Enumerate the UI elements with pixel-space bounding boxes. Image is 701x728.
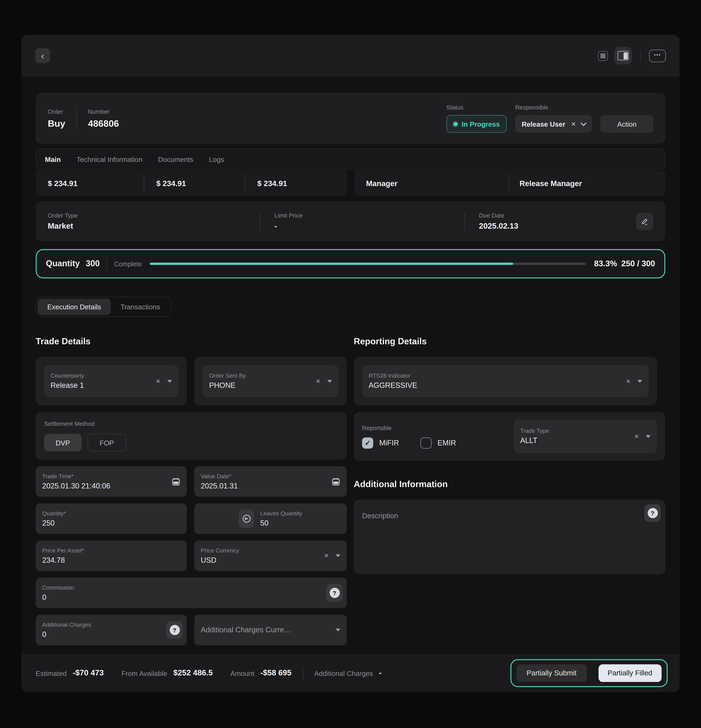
trade-details-title: Trade Details — [36, 337, 347, 347]
tab-main[interactable]: Main — [45, 155, 61, 163]
estimated-value: -$70 473 — [73, 669, 104, 678]
responsible-select[interactable]: Release User ✕ — [515, 115, 592, 133]
split-view-button[interactable] — [614, 47, 632, 65]
commission-input[interactable]: Commission 0 ? — [36, 578, 347, 608]
order-header-card: Order Buy Number 486806 Status In Progre… — [36, 93, 665, 144]
complete-label: Complete — [114, 260, 142, 267]
counterparty-select[interactable]: Counterparty Release 1 ✕ — [44, 365, 179, 397]
header-divider — [76, 108, 77, 129]
clear-trade-type-icon[interactable]: ✕ — [634, 433, 639, 440]
order-side-value: Buy — [48, 118, 65, 129]
trade-time-input[interactable]: Trade Time* 2025.01.30 21:40:06 — [36, 466, 187, 497]
partially-filled-button[interactable]: Partially Filled — [598, 664, 662, 682]
trade-type-select[interactable]: Trade Type ALLT ✕ — [513, 420, 657, 453]
transfer-leaves-button[interactable] — [239, 509, 254, 528]
caret-down-icon[interactable] — [336, 628, 340, 631]
main-tabs: Main Technical Information Documents Log… — [36, 149, 665, 170]
leaves-quantity-value: 50 — [260, 519, 302, 527]
action-button[interactable]: Action — [601, 115, 653, 133]
toggle-dvp[interactable]: DVP — [44, 434, 82, 452]
commission-help-button[interactable]: ? — [326, 584, 342, 602]
responsible-group: Responsible Release User ✕ — [515, 104, 592, 133]
back-button[interactable]: ‹ — [35, 48, 50, 63]
settlement-method-card: Settlement Method DVP FOP — [36, 412, 347, 460]
estimated-label: Estimated — [36, 669, 67, 677]
caret-down-icon[interactable] — [336, 554, 340, 557]
chevron-down-icon[interactable] — [581, 120, 587, 126]
release-manager-cell: Release Manager — [509, 175, 665, 191]
tab-technical-information[interactable]: Technical Information — [76, 155, 142, 163]
prices-summary-card: $ 234.91 $ 234.91 $ 234.91 — [36, 171, 346, 196]
description-help-button[interactable]: ? — [645, 504, 661, 522]
calendar-icon[interactable] — [332, 477, 340, 486]
status-badge: In Progress — [446, 115, 507, 133]
question-mark-icon: ? — [329, 588, 340, 598]
from-available-value: $252 486.5 — [173, 669, 213, 678]
single-view-icon[interactable] — [598, 51, 608, 61]
clear-order-sent-by-icon[interactable]: ✕ — [316, 378, 320, 384]
edit-button[interactable] — [636, 213, 653, 230]
order-info-card: Order Type Market Limit Price - Due Date… — [36, 201, 665, 241]
subtab-execution-details[interactable]: Execution Details — [38, 299, 111, 315]
price-value: $ 234.91 — [36, 175, 144, 191]
due-date-label: Due Date — [479, 212, 518, 219]
checkbox-mifir[interactable]: ✓ MiFIR — [362, 437, 399, 448]
toggle-fop[interactable]: FOP — [88, 434, 126, 452]
price-value: $ 234.91 — [144, 175, 245, 191]
unchecked-checkbox-icon[interactable] — [420, 437, 431, 448]
amount-value: -$58 695 — [260, 669, 291, 678]
subtab-transactions[interactable]: Transactions — [111, 299, 170, 315]
price-per-asset-input[interactable]: Price Per Asset* 234.78 — [36, 540, 187, 571]
due-date-value: 2025.02.13 — [479, 221, 518, 231]
caret-down-icon[interactable] — [167, 380, 172, 383]
description-placeholder: Description — [362, 512, 398, 520]
caret-down-icon[interactable] — [638, 380, 642, 383]
rts28-card: RTS28 Indicator AGGRESSIVE ✕ — [354, 357, 657, 405]
progress-ratio: 250 / 300 — [621, 259, 655, 269]
quantity-input[interactable]: Quantity* 250 — [36, 503, 187, 534]
price-currency-value: USD — [201, 556, 314, 565]
estimated-group: Estimated -$70 473 — [36, 669, 104, 678]
calendar-icon[interactable] — [172, 477, 180, 486]
detail-subtabs: Execution Details Transactions — [36, 297, 172, 317]
more-options-button[interactable]: ⋯ — [649, 49, 666, 62]
tab-logs[interactable]: Logs — [209, 155, 224, 163]
additional-charges-help-button[interactable]: ? — [166, 621, 183, 639]
additional-charges-input[interactable]: Additional Charges 0 ? — [36, 615, 187, 645]
clear-counterparty-icon[interactable]: ✕ — [156, 378, 160, 384]
value-date-input[interactable]: Value Date* 2025.01.31 — [194, 466, 347, 497]
number-label: Number — [88, 108, 119, 115]
checkbox-emir[interactable]: EMIR — [420, 437, 456, 448]
order-type-value: Market — [48, 221, 246, 231]
counterparty-card: Counterparty Release 1 ✕ — [36, 357, 187, 405]
detail-columns: Trade Details Counterparty Release 1 ✕ — [36, 337, 665, 652]
chevron-left-icon: ‹ — [41, 49, 44, 62]
limit-price-label: Limit Price — [274, 212, 450, 219]
footer-additional-charges-label: Additional Charges — [314, 669, 373, 677]
tab-documents[interactable]: Documents — [158, 155, 193, 163]
due-date-group: Due Date 2025.02.13 — [479, 212, 518, 231]
quantity-value: 250 — [42, 519, 154, 527]
checked-checkbox-icon[interactable]: ✓ — [362, 437, 373, 448]
caret-down-icon[interactable] — [646, 435, 651, 438]
order-sent-by-value: PHONE — [209, 381, 306, 390]
reportable-card: Reportable ✓ MiFIR EM — [354, 412, 665, 461]
pencil-icon — [641, 217, 649, 225]
rts28-select[interactable]: RTS28 Indicator AGGRESSIVE ✕ — [362, 365, 649, 397]
trade-time-value: 2025.01.30 21:40:06 — [42, 482, 154, 490]
price-currency-select[interactable]: Price Currency USD ✕ — [194, 540, 347, 571]
quantity-label: Quantity — [46, 259, 80, 269]
caret-down-icon[interactable] — [327, 380, 332, 383]
description-textarea[interactable]: Description ? — [354, 500, 665, 575]
status-label: Status — [446, 104, 507, 111]
additional-charges-currency-select[interactable]: Additional Charges Curre… — [194, 615, 347, 645]
clear-price-currency-icon[interactable]: ✕ — [324, 552, 329, 559]
partially-submit-button[interactable]: Partially Submit — [516, 664, 587, 682]
order-sent-by-select[interactable]: Order Sent By PHONE ✕ — [203, 365, 338, 397]
topbar-actions: ⋯ — [598, 47, 666, 65]
clear-rts28-icon[interactable]: ✕ — [626, 378, 630, 384]
footer-additional-charges-value: - — [379, 669, 381, 678]
managers-summary-card: Manager Release Manager — [354, 171, 665, 196]
progress-fill — [150, 263, 513, 265]
clear-responsible-icon[interactable]: ✕ — [571, 120, 576, 127]
